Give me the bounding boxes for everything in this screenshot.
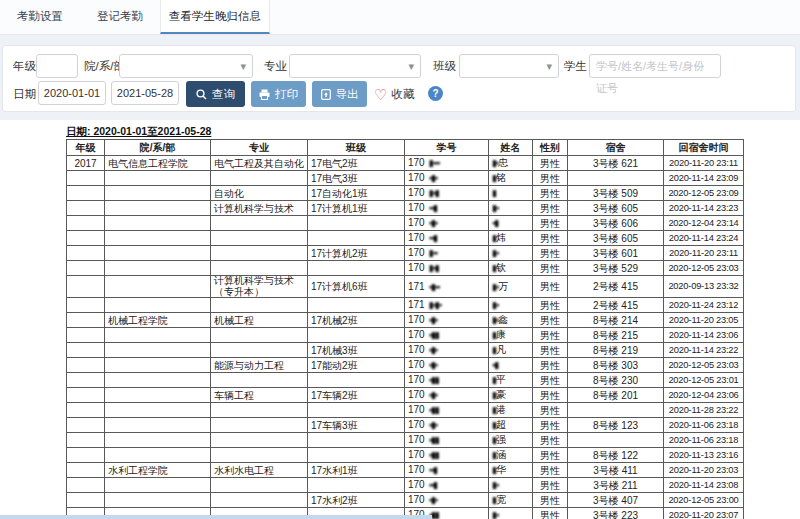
table-row: 170▪▪▮▮▪男性3号楼 2112020-11-14 23:08 [67,478,744,493]
cell-student-id: 170▮▪▮ [405,261,489,276]
date-to-input[interactable]: 2021-05-28 [111,81,179,105]
cell-college: 水利工程学院 [105,463,211,478]
cell-gender: 男性 [533,246,568,261]
heart-icon: ♡ [374,87,387,102]
cell-return-time: 2020-09-13 23:32 [664,276,744,298]
cell-grade [67,343,105,358]
cell-class: 17机械3班 [308,343,405,358]
tab-attendance-settings[interactable]: 考勤设置 [0,0,80,34]
table-row: 计算机科学与技术17计算机1班170▪▪▮▮▪男性3号楼 6052020-11-… [67,201,744,216]
cell-major [211,448,308,463]
cell-return-time: 2020-11-20 23:03 [664,463,744,478]
cell-grade [67,298,105,313]
cell-college [105,201,211,216]
horizontal-scrollbar[interactable] [0,515,432,519]
cell-gender: 男性 [533,276,568,298]
cell-return-time: 2020-12-05 23:03 [664,358,744,373]
table-row: 170▪▮▮▮平男性8号楼 2302020-12-05 23:01 [67,373,744,388]
cell-dorm: 2号楼 415 [568,298,664,313]
grade-input[interactable] [36,54,78,78]
export-button[interactable]: 导出 [312,81,367,107]
cell-class [308,261,405,276]
cell-gender: 男性 [533,478,568,493]
cell-college [105,171,211,186]
cell-class: 17水利1班 [308,463,405,478]
class-label: 班级 [433,54,456,78]
cell-major: 机械工程 [211,313,308,328]
college-select[interactable]: ▾ [119,54,253,78]
print-button[interactable]: 打印 [251,81,306,107]
cell-gender: 男性 [533,403,568,418]
cell-dorm: 3号楼 621 [568,156,664,171]
report-area: 日期: 2020-01-01至2021-05-28 年级院/系/部专业班级学号姓… [0,120,800,519]
table-row: 17电气3班170▪▮▪▮铭男性2020-11-14 23:09 [67,171,744,186]
cell-college: 机械工程学院 [105,313,211,328]
table-row: 170▪▮▮▮康男性8号楼 2152020-11-14 23:06 [67,328,744,343]
cell-grade [67,201,105,216]
cell-gender: 男性 [533,261,568,276]
cell-return-time: 2020-12-05 23:01 [664,373,744,388]
cell-name: ▮华 [489,463,533,478]
cell-grade [67,246,105,261]
favorite-button[interactable]: ♡ 收藏 [374,84,414,104]
column-header: 院/系/部 [105,140,211,156]
cell-name: ▮豪 [489,388,533,403]
cell-major [211,261,308,276]
cell-major [211,328,308,343]
report-date-range-title: 日期: 2020-01-01至2021-05-28 [66,125,211,139]
cell-dorm: 3号楼 509 [568,186,664,201]
cell-class [308,403,405,418]
cell-college [105,358,211,373]
cell-dorm: 8号楼 219 [568,343,664,358]
column-header: 班级 [308,140,405,156]
cell-dorm: 3号楼 601 [568,246,664,261]
cell-return-time: 2020-11-14 23:24 [664,231,744,246]
cell-dorm: 3号楼 407 [568,493,664,508]
cell-return-time: 2020-11-24 23:12 [664,298,744,313]
query-button[interactable]: 查询 [186,81,245,107]
cell-name: ▮港 [489,403,533,418]
cell-gender: 男性 [533,493,568,508]
cell-college [105,231,211,246]
cell-name: ▮▪ [489,298,533,313]
cell-dorm: 3号楼 606 [568,216,664,231]
help-icon[interactable]: ? [428,86,443,101]
table-row: 171▮▪▮▪▮▪男性2号楼 4152020-11-24 23:12 [67,298,744,313]
cell-college [105,343,211,358]
cell-name: ▮康 [489,328,533,343]
late-return-table: 年级院/系/部专业班级学号姓名性别宿舍回宿舍时间 2017电气信息工程学院电气工… [66,139,744,519]
major-label: 专业 [264,54,287,78]
table-row: 能源与动力工程17能动2班170▪▮▪▪▮男性8号楼 3032020-12-05… [67,358,744,373]
cell-college [105,246,211,261]
tab-register-attendance[interactable]: 登记考勤 [80,0,160,34]
cell-major [211,171,308,186]
cell-class [308,231,405,246]
cell-college [105,478,211,493]
cell-grade: 2017 [67,156,105,171]
date-from-input[interactable]: 2020-01-01 [38,81,106,105]
cell-student-id: 170▪▮▪ [405,418,489,433]
cell-grade [67,216,105,231]
cell-grade [67,276,105,298]
cell-dorm [568,433,664,448]
grade-label: 年级 [13,54,36,78]
cell-dorm: 3号楼 605 [568,231,664,246]
column-header: 回宿舍时间 [664,140,744,156]
table-row: 水利工程学院水利水电工程17水利1班170▪▪▮▮华男性3号楼 4112020-… [67,463,744,478]
student-input[interactable]: 学号/姓名/考生号/身份证号 [589,54,721,78]
cell-gender: 男性 [533,418,568,433]
class-select[interactable]: ▾ [459,54,559,78]
column-header: 宿舍 [568,140,664,156]
cell-major: 车辆工程 [211,388,308,403]
major-select[interactable]: ▾ [289,54,421,78]
printer-icon [259,89,270,100]
cell-college [105,388,211,403]
cell-major [211,433,308,448]
cell-name: ▮铭 [489,171,533,186]
cell-college [105,493,211,508]
cell-name: ▮钦 [489,261,533,276]
cell-class [308,298,405,313]
tab-view-late-return-info[interactable]: 查看学生晚归信息 [160,0,270,34]
cell-return-time: 2020-11-20 23:05 [664,313,744,328]
table-row: 170▪▪▮▮炜男性3号楼 6052020-11-14 23:24 [67,231,744,246]
